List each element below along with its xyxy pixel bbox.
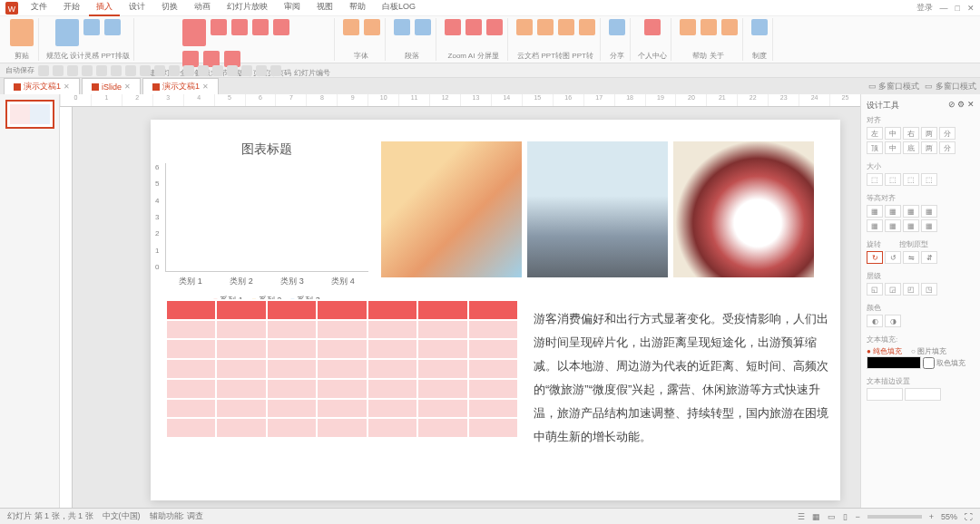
slide-table[interactable]: [165, 299, 517, 437]
ribbon-icon[interactable]: [558, 19, 574, 35]
language-indicator[interactable]: 中文(中国): [103, 510, 141, 522]
slideshow-icon[interactable]: ▭: [828, 512, 836, 521]
table-cell[interactable]: [165, 380, 215, 398]
valign-button[interactable]: 两: [921, 141, 937, 154]
table-cell[interactable]: [367, 340, 416, 358]
save-icon[interactable]: [53, 65, 64, 76]
table-cell[interactable]: [215, 321, 265, 339]
reading-view-icon[interactable]: ▯: [843, 512, 848, 521]
table-cell[interactable]: [467, 340, 517, 358]
dist-btn[interactable]: ▦: [903, 219, 919, 232]
zoom-level[interactable]: 55%: [941, 512, 957, 521]
ribbon-icon[interactable]: [273, 19, 289, 35]
redo-icon[interactable]: [82, 65, 93, 76]
slide-thumbnail-1[interactable]: [5, 100, 54, 129]
ribbon-icon[interactable]: [537, 19, 554, 35]
document-tab[interactable]: 演示文稿1✕: [142, 78, 219, 94]
table-cell[interactable]: [316, 400, 366, 418]
tab-close-icon[interactable]: ✕: [124, 82, 131, 91]
maximize-icon[interactable]: □: [956, 4, 960, 13]
table-cell[interactable]: [215, 419, 265, 437]
ribbon-icon[interactable]: [10, 19, 34, 46]
minimize-icon[interactable]: —: [940, 4, 948, 13]
layer-btn[interactable]: ◳: [921, 283, 937, 296]
color-btn[interactable]: ◐: [867, 315, 883, 327]
tab-close-icon[interactable]: ✕: [202, 82, 209, 91]
table-cell[interactable]: [215, 340, 265, 358]
dist-btn[interactable]: ▦: [921, 205, 937, 218]
qat-icon[interactable]: [111, 65, 122, 76]
ribbon-icon[interactable]: [394, 19, 410, 35]
help-icon[interactable]: ⊘: [948, 100, 956, 109]
table-cell[interactable]: [165, 340, 215, 358]
size-btn[interactable]: ⬚: [867, 173, 883, 186]
valign-button[interactable]: 中: [885, 141, 901, 154]
table-cell[interactable]: [316, 380, 366, 398]
align-button[interactable]: 右: [903, 127, 919, 140]
table-cell[interactable]: [266, 340, 316, 358]
menu-tab[interactable]: 开始: [56, 0, 87, 16]
ribbon-icon[interactable]: [445, 19, 461, 35]
table-cell[interactable]: [266, 321, 316, 339]
size-btn[interactable]: ⬚: [903, 173, 919, 186]
table-cell[interactable]: [467, 419, 517, 437]
ribbon-icon[interactable]: [701, 19, 717, 35]
zoom-out-icon[interactable]: −: [855, 512, 859, 521]
table-cell[interactable]: [215, 301, 265, 319]
document-tab[interactable]: 演示文稿1✕: [4, 78, 80, 94]
zoom-in-icon[interactable]: +: [929, 512, 934, 521]
menu-tab[interactable]: 视图: [309, 0, 340, 16]
color-swatch[interactable]: [867, 356, 921, 369]
valign-button[interactable]: 底: [903, 141, 919, 154]
slide-paragraph[interactable]: 游客消费偏好和出行方式显著变化。受疫情影响，人们出游时间呈现碎片化，出游距离呈现…: [534, 307, 833, 449]
table-cell[interactable]: [165, 321, 215, 339]
ribbon-icon[interactable]: [751, 19, 768, 35]
dist-btn[interactable]: ▦: [885, 219, 901, 232]
menu-tab[interactable]: 白板LOG: [375, 0, 423, 16]
ribbon-icon[interactable]: [364, 19, 380, 35]
table-cell[interactable]: [316, 301, 366, 319]
table-cell[interactable]: [316, 419, 366, 437]
ribbon-icon[interactable]: [721, 19, 738, 35]
ribbon-icon[interactable]: [415, 19, 431, 35]
flip-btn[interactable]: ⇵: [921, 251, 937, 264]
outline-input[interactable]: [867, 388, 903, 401]
undo-icon[interactable]: [67, 65, 78, 76]
size-btn[interactable]: ⬚: [921, 173, 937, 186]
qat-icon[interactable]: [125, 65, 136, 76]
table-cell[interactable]: [266, 360, 316, 378]
qat-icon[interactable]: [212, 65, 223, 76]
table-cell[interactable]: [165, 360, 215, 378]
multiwindow-mode[interactable]: ▭ 多窗口模式: [925, 81, 976, 92]
close-icon[interactable]: ✕: [967, 4, 975, 13]
table-cell[interactable]: [467, 380, 517, 398]
menu-tab[interactable]: 帮助: [342, 0, 373, 16]
ribbon-icon[interactable]: [516, 19, 533, 35]
size-btn[interactable]: ⬚: [885, 173, 901, 186]
table-cell[interactable]: [165, 400, 215, 418]
qat-icon[interactable]: [270, 65, 281, 76]
panel-close-icon[interactable]: ✕: [967, 100, 975, 109]
login-link[interactable]: 登录: [916, 2, 933, 14]
ribbon-icon[interactable]: [252, 19, 269, 35]
multiwindow-mode[interactable]: ▭ 多窗口模式: [868, 81, 920, 92]
notes-button[interactable]: ☰: [798, 512, 805, 521]
table-cell[interactable]: [416, 380, 466, 398]
toggle-icon[interactable]: [38, 65, 49, 76]
table-cell[interactable]: [367, 380, 416, 398]
image-1[interactable]: [381, 141, 522, 277]
flip-btn[interactable]: ⇋: [903, 251, 919, 264]
ribbon-icon[interactable]: [55, 19, 79, 46]
zoom-slider[interactable]: [867, 515, 922, 519]
menu-tab[interactable]: 动画: [187, 0, 218, 16]
settings-icon[interactable]: ⚙: [957, 100, 965, 109]
rotate-btn[interactable]: ↻: [867, 251, 883, 264]
valign-button[interactable]: 顶: [867, 141, 883, 154]
table-cell[interactable]: [266, 419, 316, 437]
dist-btn[interactable]: ▦: [867, 205, 883, 218]
table-cell[interactable]: [416, 321, 466, 339]
dist-btn[interactable]: ▦: [885, 205, 901, 218]
chart[interactable]: 图表标题 0123456 类别 1类别 2类别 3类别 4 系列 1系列 2系列…: [165, 141, 368, 305]
menu-tab[interactable]: 幻灯片放映: [220, 0, 275, 16]
image-2[interactable]: [527, 141, 668, 277]
